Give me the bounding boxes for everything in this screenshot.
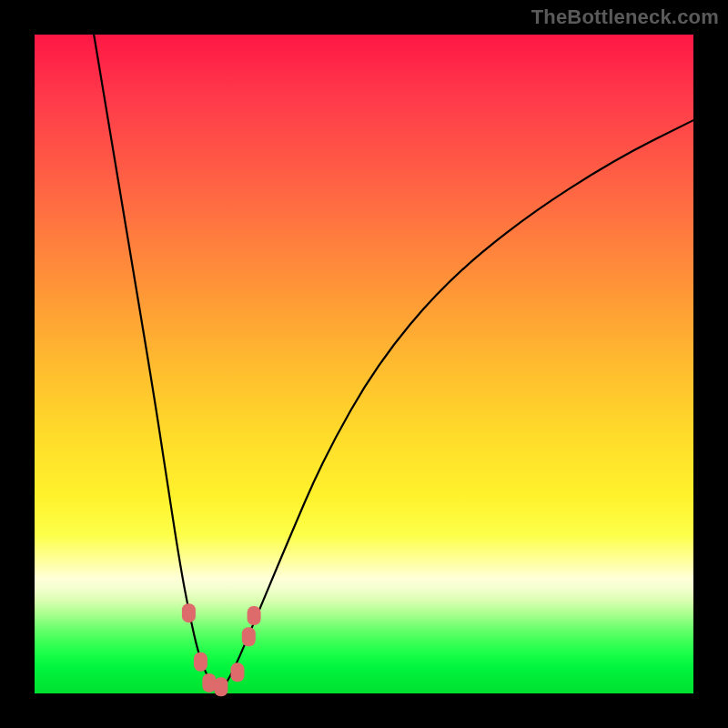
marker-left-lower (194, 652, 207, 672)
marker-right-lower (230, 662, 244, 682)
watermark-text: TheBottleneck.com (531, 5, 719, 29)
marker-vertex-1 (202, 673, 216, 693)
curve-right-branch (219, 120, 693, 693)
marker-right-top (248, 606, 261, 625)
marker-right-upper (242, 627, 256, 646)
plot-area (35, 35, 693, 693)
chart-frame: TheBottleneck.com (0, 0, 728, 728)
marker-group (182, 603, 261, 696)
curve-group (94, 35, 693, 693)
curve-left-branch (94, 35, 219, 693)
marker-vertex-2 (214, 677, 228, 696)
chart-svg (35, 35, 693, 693)
marker-left-upper (182, 603, 196, 622)
